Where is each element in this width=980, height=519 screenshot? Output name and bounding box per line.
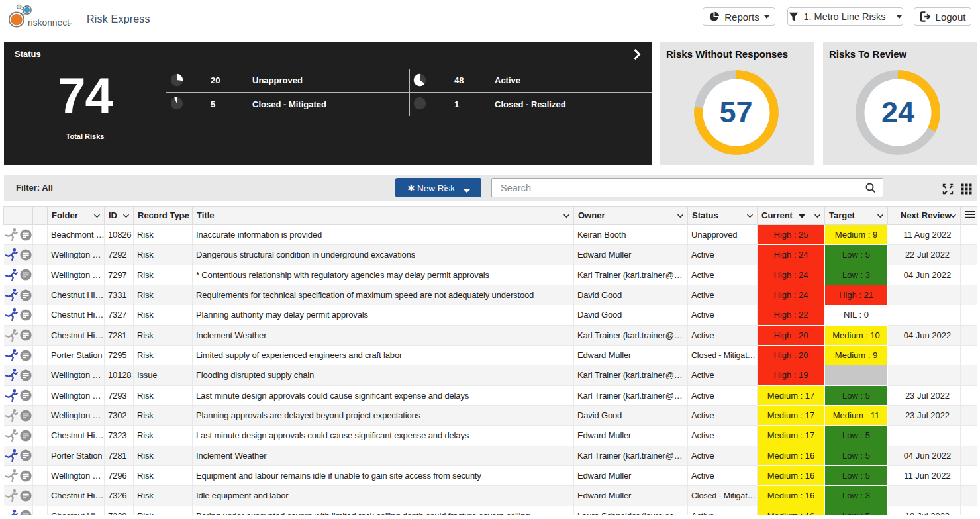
svg-text:™: ™ (68, 23, 72, 26)
svg-text:riskonnect: riskonnect (28, 18, 70, 28)
